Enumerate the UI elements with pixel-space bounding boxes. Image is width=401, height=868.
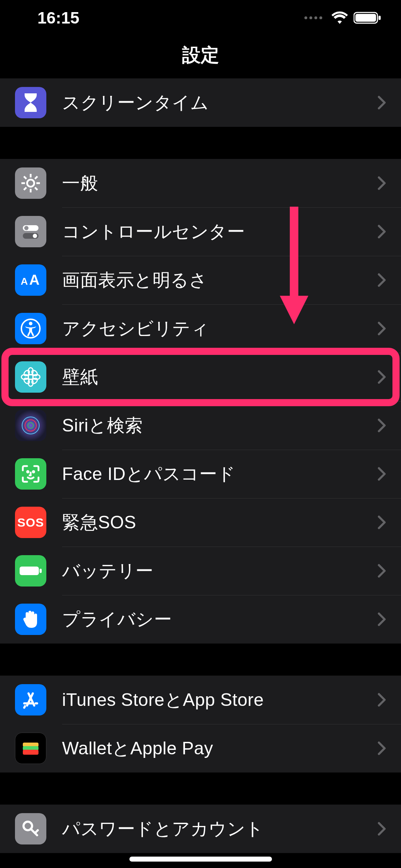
chevron-right-icon	[377, 515, 386, 529]
status-bar: 16:15	[0, 0, 401, 36]
appstore-icon	[15, 684, 46, 715]
svg-line-9	[35, 187, 37, 190]
settings-group-0: スクリーンタイム	[0, 78, 401, 127]
status-right	[304, 11, 381, 25]
key-icon	[15, 813, 46, 844]
svg-line-10	[35, 176, 37, 179]
sos-icon: SOS	[15, 507, 46, 538]
svg-text:A: A	[29, 272, 40, 288]
svg-line-11	[24, 187, 26, 190]
row-label: バッテリー	[62, 559, 377, 583]
row-wallpaper[interactable]: 壁紙	[0, 353, 401, 401]
svg-point-25	[23, 369, 30, 377]
home-indicator[interactable]	[129, 857, 272, 862]
settings-group-2: iTunes StoreとApp Store WalletとApple Pay	[0, 676, 401, 773]
row-control-center[interactable]: コントロールセンター	[0, 207, 401, 256]
row-face-id-passcode[interactable]: Face IDとパスコード	[0, 450, 401, 498]
battery-full-icon	[15, 555, 46, 587]
chevron-right-icon	[377, 370, 386, 384]
svg-point-28	[23, 377, 30, 384]
svg-rect-1	[355, 14, 376, 22]
chevron-right-icon	[377, 418, 386, 433]
row-label: 画面表示と明るさ	[62, 268, 377, 292]
svg-point-33	[33, 471, 34, 472]
chevron-right-icon	[377, 95, 386, 110]
svg-line-46	[35, 830, 38, 833]
svg-line-40	[24, 706, 25, 708]
svg-point-3	[27, 180, 34, 187]
svg-point-31	[28, 423, 34, 428]
settings-group-1: 一般 コントロールセンター AA 画面表示と明るさ	[0, 159, 401, 644]
chevron-right-icon	[377, 741, 386, 755]
row-label: 緊急SOS	[62, 511, 377, 534]
cellular-dots-icon	[304, 16, 322, 19]
row-label: パスワードとアカウント	[62, 817, 377, 841]
chevron-right-icon	[377, 224, 386, 239]
row-display-brightness[interactable]: AA 画面表示と明るさ	[0, 256, 401, 304]
row-label: iTunes StoreとApp Store	[62, 688, 377, 712]
svg-point-27	[31, 369, 38, 377]
row-itunes-appstore[interactable]: iTunes StoreとApp Store	[0, 676, 401, 724]
sos-text: SOS	[17, 516, 44, 529]
chevron-right-icon	[377, 273, 386, 287]
svg-point-30	[25, 420, 36, 431]
row-passwords-accounts[interactable]: パスワードとアカウント	[0, 805, 401, 853]
chevron-right-icon	[377, 467, 386, 481]
row-emergency-sos[interactable]: SOS 緊急SOS	[0, 498, 401, 547]
row-accessibility[interactable]: アクセシビリティ	[0, 304, 401, 353]
face-id-icon	[15, 458, 46, 490]
settings-list[interactable]: スクリーンタイム 一般 コントロールセンター	[0, 78, 401, 868]
row-screen-time[interactable]: スクリーンタイム	[0, 78, 401, 127]
siri-icon	[15, 410, 46, 441]
page-title: 設定	[0, 43, 401, 68]
row-general[interactable]: 一般	[0, 159, 401, 207]
wifi-icon	[331, 11, 349, 25]
svg-rect-34	[20, 567, 39, 575]
svg-line-8	[24, 176, 26, 179]
toggles-icon	[15, 216, 46, 247]
svg-text:A: A	[21, 276, 28, 287]
row-wallet-applepay[interactable]: WalletとApple Pay	[0, 724, 401, 773]
row-label: WalletとApple Pay	[62, 737, 377, 760]
svg-point-26	[31, 377, 38, 384]
row-label: スクリーンタイム	[62, 91, 377, 115]
accessibility-icon	[15, 313, 46, 344]
chevron-right-icon	[377, 822, 386, 836]
svg-point-32	[27, 471, 29, 472]
row-siri-search[interactable]: Siriと検索	[0, 401, 401, 450]
svg-rect-43	[23, 750, 38, 755]
row-label: 壁紙	[62, 365, 377, 389]
svg-rect-35	[40, 569, 42, 573]
row-label: アクセシビリティ	[62, 317, 377, 341]
gear-icon	[15, 167, 46, 199]
hand-icon	[15, 604, 46, 635]
settings-group-3: パスワードとアカウント	[0, 805, 401, 853]
svg-point-13	[24, 226, 29, 230]
row-privacy[interactable]: プライバシー	[0, 595, 401, 644]
row-label: コントロールセンター	[62, 220, 377, 244]
svg-rect-2	[379, 16, 381, 20]
hourglass-icon	[15, 87, 46, 118]
chevron-right-icon	[377, 612, 386, 626]
battery-icon	[354, 11, 381, 25]
settings-screen: 16:15 設定 スクリーンタイム	[0, 0, 401, 868]
flower-icon	[15, 361, 46, 393]
wallet-icon	[15, 733, 46, 764]
svg-point-19	[29, 322, 32, 325]
chevron-right-icon	[377, 321, 386, 336]
chevron-right-icon	[377, 693, 386, 707]
chevron-right-icon	[377, 176, 386, 190]
status-time: 16:15	[37, 8, 79, 27]
text-size-icon: AA	[15, 264, 46, 296]
row-battery[interactable]: バッテリー	[0, 547, 401, 595]
chevron-right-icon	[377, 564, 386, 578]
svg-point-15	[33, 234, 37, 238]
row-label: Face IDとパスコード	[62, 462, 377, 486]
row-label: プライバシー	[62, 608, 377, 631]
row-label: 一般	[62, 171, 377, 195]
row-label: Siriと検索	[62, 414, 377, 438]
